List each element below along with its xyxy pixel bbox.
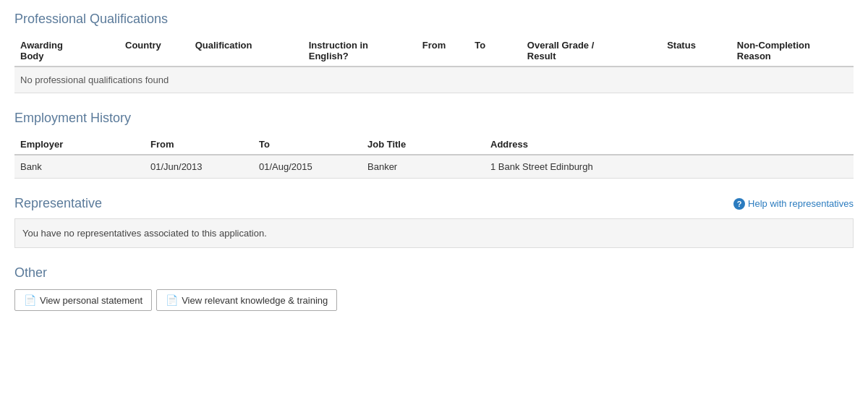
col-header-qualification: Qualification [190, 35, 303, 67]
col-header-instruction-in-english: Instruction inEnglish? [303, 35, 417, 67]
professional-qualifications-table: AwardingBody Country Qualification Instr… [14, 35, 854, 93]
other-section: Other 📄 View personal statement 📄 View r… [14, 265, 854, 311]
representative-empty-message: You have no representatives associated t… [22, 228, 267, 239]
col-header-address: Address [485, 134, 854, 155]
col-header-from: From [417, 35, 469, 67]
employment-history-section: Employment History Employer From To Job … [14, 111, 854, 179]
col-header-emp-from: From [145, 134, 253, 155]
employment-history-header-row: Employer From To Job Title Address [14, 134, 854, 155]
col-header-emp-to: To [253, 134, 362, 155]
professional-qualifications-empty-row: No professional qualifications found [14, 67, 854, 93]
cell-from: 01/Jun/2013 [145, 155, 253, 179]
col-header-overall-grade: Overall Grade /Result [522, 35, 661, 67]
col-header-job-title: Job Title [362, 134, 485, 155]
view-relevant-knowledge-label: View relevant knowledge & training [182, 295, 328, 306]
col-header-non-completion: Non-CompletionReason [731, 35, 854, 67]
cell-address: 1 Bank Street Edinburgh [485, 155, 854, 179]
professional-qualifications-empty-message: No professional qualifications found [14, 67, 854, 93]
col-header-employer: Employer [14, 134, 145, 155]
document-icon-knowledge: 📄 [166, 294, 178, 306]
representative-no-data-box: You have no representatives associated t… [14, 218, 854, 248]
col-header-to: To [469, 35, 522, 67]
cell-to: 01/Aug/2015 [253, 155, 362, 179]
other-title: Other [14, 265, 854, 281]
other-button-group: 📄 View personal statement 📄 View relevan… [14, 289, 854, 311]
col-header-awarding-body: AwardingBody [14, 35, 119, 67]
representative-section: Representative ? Help with representativ… [14, 196, 854, 248]
employment-history-table: Employer From To Job Title Address Bank0… [14, 134, 854, 179]
view-relevant-knowledge-button[interactable]: 📄 View relevant knowledge & training [156, 289, 337, 311]
professional-qualifications-title: Professional Qualifications [14, 12, 854, 27]
representative-title: Representative [14, 196, 102, 211]
cell-job_title: Banker [362, 155, 485, 179]
document-icon-personal: 📄 [24, 294, 36, 306]
help-icon: ? [733, 198, 745, 210]
professional-qualifications-header-row: AwardingBody Country Qualification Instr… [14, 35, 854, 67]
professional-qualifications-section: Professional Qualifications AwardingBody… [14, 12, 854, 93]
employment-history-title: Employment History [14, 111, 854, 126]
cell-employer: Bank [14, 155, 145, 179]
col-header-country: Country [119, 35, 190, 67]
col-header-status: Status [661, 35, 731, 67]
view-personal-statement-label: View personal statement [40, 295, 142, 306]
view-personal-statement-button[interactable]: 📄 View personal statement [14, 289, 152, 311]
representative-header: Representative ? Help with representativ… [14, 196, 854, 211]
employment-history-row: Bank01/Jun/201301/Aug/2015Banker1 Bank S… [14, 155, 854, 179]
help-link-text: Help with representatives [748, 198, 854, 209]
help-with-representatives-link[interactable]: ? Help with representatives [733, 198, 854, 210]
